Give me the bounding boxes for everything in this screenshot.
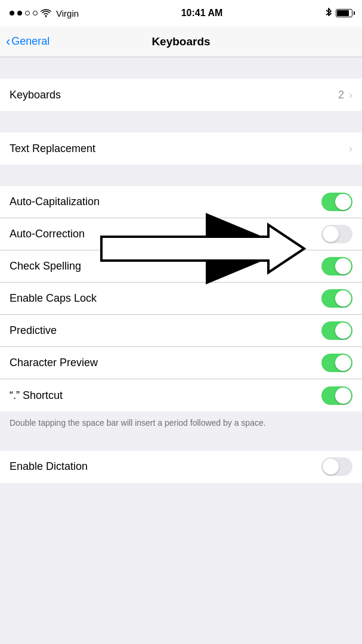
predictive-row[interactable]: Predictive — [0, 315, 362, 347]
back-button-label: General — [11, 35, 49, 48]
battery-fill — [337, 10, 349, 16]
back-chevron-icon: ‹ — [6, 35, 10, 48]
auto-correction-label: Auto-Correction — [10, 228, 85, 240]
period-shortcut-row[interactable]: “.” Shortcut — [0, 379, 362, 411]
enable-dictation-toggle[interactable] — [321, 457, 352, 476]
predictive-toggle[interactable] — [321, 321, 352, 340]
period-shortcut-label: “.” Shortcut — [10, 389, 63, 402]
auto-capitalization-toggle[interactable] — [321, 193, 352, 211]
toggle-settings-section: Auto-Capitalization Auto-Correction Chec… — [0, 186, 362, 411]
text-replacement-section: Text Replacement › — [0, 132, 362, 165]
auto-correction-toggle[interactable] — [321, 225, 352, 243]
keyboards-row[interactable]: Keyboards 2 › — [0, 79, 362, 111]
predictive-label: Predictive — [10, 324, 57, 337]
battery-icon — [336, 9, 352, 17]
signal-dot-3 — [25, 11, 30, 16]
keyboards-right: 2 › — [338, 89, 352, 101]
keyboards-section: Keyboards 2 › — [0, 79, 362, 111]
enable-caps-lock-label: Enable Caps Lock — [10, 292, 97, 305]
status-right — [325, 8, 352, 18]
status-left: Virgin — [10, 8, 79, 18]
enable-dictation-row[interactable]: Enable Dictation — [0, 451, 362, 483]
carrier-name: Virgin — [56, 8, 79, 18]
check-spelling-thumb — [335, 258, 351, 274]
status-bar: Virgin 10:41 AM — [0, 0, 362, 26]
check-spelling-toggle[interactable] — [321, 257, 352, 275]
toggle-list: Auto-Capitalization Auto-Correction Chec… — [0, 186, 362, 411]
section-gap-4 — [0, 438, 362, 451]
section-gap-3 — [0, 165, 362, 186]
enable-caps-lock-thumb — [335, 290, 351, 306]
signal-dot-4 — [33, 11, 38, 16]
keyboards-chevron-icon: › — [349, 89, 352, 101]
nav-bar: ‹ General Keyboards — [0, 26, 362, 57]
auto-correction-thumb — [323, 226, 339, 242]
enable-dictation-label: Enable Dictation — [10, 460, 88, 473]
check-spelling-row[interactable]: Check Spelling — [0, 250, 362, 283]
auto-capitalization-row[interactable]: Auto-Capitalization — [0, 186, 362, 218]
status-time: 10:41 AM — [181, 8, 223, 18]
period-shortcut-thumb — [335, 388, 351, 404]
enable-dictation-section: Enable Dictation — [0, 451, 362, 483]
auto-capitalization-thumb — [335, 194, 351, 210]
enable-dictation-thumb — [323, 459, 339, 475]
character-preview-thumb — [335, 355, 351, 371]
back-button[interactable]: ‹ General — [6, 35, 49, 48]
keyboards-label: Keyboards — [10, 89, 61, 101]
character-preview-row[interactable]: Character Preview — [0, 347, 362, 379]
period-shortcut-footer: Double tapping the space bar will insert… — [0, 411, 362, 438]
signal-dot-1 — [10, 11, 14, 16]
text-replacement-right: › — [349, 143, 352, 155]
text-replacement-row[interactable]: Text Replacement › — [0, 132, 362, 165]
character-preview-label: Character Preview — [10, 357, 98, 369]
character-preview-toggle[interactable] — [321, 354, 352, 372]
predictive-thumb — [335, 323, 351, 339]
bluetooth-icon — [325, 8, 332, 18]
enable-caps-lock-toggle[interactable] — [321, 289, 352, 308]
signal-dot-2 — [17, 11, 22, 16]
wifi-icon — [41, 9, 51, 17]
period-shortcut-toggle[interactable] — [321, 386, 352, 405]
check-spelling-label: Check Spelling — [10, 260, 81, 273]
enable-caps-lock-row[interactable]: Enable Caps Lock — [0, 283, 362, 315]
auto-correction-row[interactable]: Auto-Correction — [0, 218, 362, 250]
text-replacement-chevron-icon: › — [349, 143, 352, 155]
auto-capitalization-label: Auto-Capitalization — [10, 196, 100, 208]
page-title: Keyboards — [151, 35, 210, 48]
section-gap-top — [0, 57, 362, 79]
section-gap-2 — [0, 111, 362, 132]
keyboards-count: 2 — [338, 89, 344, 101]
text-replacement-label: Text Replacement — [10, 143, 95, 155]
